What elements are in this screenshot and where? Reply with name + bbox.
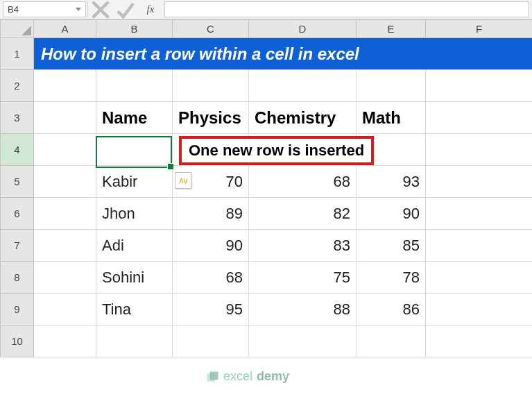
cell-chem[interactable]: 83: [249, 230, 357, 262]
cell[interactable]: [357, 70, 426, 102]
cell[interactable]: [357, 325, 426, 357]
annotation-callout: One new row is inserted: [179, 136, 374, 165]
cell-phys[interactable]: 89: [173, 198, 249, 230]
cell[interactable]: [173, 325, 249, 357]
cell[interactable]: [34, 198, 96, 230]
cell-math[interactable]: 90: [357, 198, 426, 230]
cell[interactable]: [34, 325, 96, 357]
chevron-down-icon[interactable]: [76, 8, 81, 11]
insert-options-icon[interactable]: [175, 172, 191, 189]
cell[interactable]: [34, 70, 96, 102]
select-all-corner[interactable]: [1, 20, 34, 38]
row-10: 10: [1, 325, 533, 357]
cell[interactable]: [96, 325, 173, 357]
cell-name[interactable]: Jhon: [96, 198, 173, 230]
table-row: 7 Adi 90 83 85: [1, 230, 533, 262]
col-header-a[interactable]: A: [34, 20, 96, 38]
row-1: 1 How to insert a row within a cell in e…: [1, 38, 533, 70]
cell[interactable]: [249, 70, 357, 102]
name-box-value: B4: [8, 4, 19, 15]
table-row: 6 Jhon 89 82 90: [1, 198, 533, 230]
cell-phys[interactable]: 68: [173, 262, 249, 294]
cell-name[interactable]: Sohini: [96, 262, 173, 294]
row-header-7[interactable]: 7: [1, 230, 34, 262]
row-header-10[interactable]: 10: [1, 325, 34, 357]
cell[interactable]: [426, 166, 533, 198]
cell-math[interactable]: 78: [357, 262, 426, 294]
cancel-icon[interactable]: [88, 0, 113, 19]
cell[interactable]: [426, 230, 533, 262]
row-header-4[interactable]: 4: [1, 134, 34, 166]
cell[interactable]: [96, 70, 173, 102]
fx-label: fx: [147, 3, 155, 15]
cell[interactable]: [249, 325, 357, 357]
row-header-5[interactable]: 5: [1, 166, 34, 198]
row-header-3[interactable]: 3: [1, 102, 34, 134]
page-title[interactable]: How to insert a row within a cell in exc…: [34, 38, 533, 70]
row-header-2[interactable]: 2: [1, 70, 34, 102]
cell[interactable]: [426, 198, 533, 230]
th-physics[interactable]: Physics: [173, 102, 249, 134]
cell[interactable]: [34, 262, 96, 294]
formula-input[interactable]: [164, 1, 529, 17]
insert-function-button[interactable]: fx: [138, 0, 163, 19]
name-box[interactable]: B4: [3, 1, 86, 17]
row-header-1[interactable]: 1: [1, 38, 34, 70]
watermark: exceldemy: [205, 369, 289, 384]
col-header-b[interactable]: B: [96, 20, 173, 38]
cell-name[interactable]: Kabir: [96, 166, 173, 198]
cell[interactable]: [426, 294, 533, 325]
cell[interactable]: [426, 134, 533, 166]
cell[interactable]: [34, 134, 96, 166]
th-chemistry[interactable]: Chemistry: [249, 102, 357, 134]
row-header-8[interactable]: 8: [1, 262, 34, 294]
enter-icon[interactable]: [113, 0, 138, 19]
cell[interactable]: [34, 294, 96, 325]
col-header-c[interactable]: C: [173, 20, 249, 38]
watermark-text-b: demy: [257, 369, 289, 384]
cell[interactable]: [426, 102, 533, 134]
cell[interactable]: [426, 70, 533, 102]
table-row: 8 Sohini 68 75 78: [1, 262, 533, 294]
th-name[interactable]: Name: [96, 102, 173, 134]
cell-phys[interactable]: 90: [173, 230, 249, 262]
row-3: 3 Name Physics Chemistry Math: [1, 102, 533, 134]
col-header-f[interactable]: F: [426, 20, 533, 38]
table-row: 9 Tina 95 88 86: [1, 294, 533, 325]
cell-name[interactable]: Tina: [96, 294, 173, 325]
spreadsheet-grid: A B C D E F 1 How to insert a row within…: [0, 19, 532, 357]
cell[interactable]: [34, 166, 96, 198]
cell-chem[interactable]: 75: [249, 262, 357, 294]
logo-icon: [205, 370, 219, 384]
cell-math[interactable]: 86: [357, 294, 426, 325]
formula-bar: B4 fx: [0, 0, 532, 19]
cell[interactable]: [173, 70, 249, 102]
th-math[interactable]: Math: [357, 102, 426, 134]
cell-chem[interactable]: 88: [249, 294, 357, 325]
row-header-9[interactable]: 9: [1, 294, 34, 325]
table-row: 5 Kabir 70 68 93: [1, 166, 533, 198]
cell-chem[interactable]: 82: [249, 198, 357, 230]
col-header-e[interactable]: E: [357, 20, 426, 38]
svg-rect-1: [210, 371, 218, 380]
cell-name[interactable]: Adi: [96, 230, 173, 262]
cell-math[interactable]: 93: [357, 166, 426, 198]
cell-math[interactable]: 85: [357, 230, 426, 262]
sheet-table: A B C D E F 1 How to insert a row within…: [0, 19, 532, 357]
row-2: 2: [1, 70, 533, 102]
col-header-d[interactable]: D: [249, 20, 357, 38]
cell[interactable]: [426, 325, 533, 357]
watermark-text-a: excel: [223, 369, 252, 384]
cell-b4[interactable]: [96, 134, 173, 166]
column-header-row: A B C D E F: [1, 20, 533, 38]
row-header-6[interactable]: 6: [1, 198, 34, 230]
cell-chem[interactable]: 68: [249, 166, 357, 198]
cell[interactable]: [34, 230, 96, 262]
cell[interactable]: [34, 102, 96, 134]
cell[interactable]: [426, 262, 533, 294]
cell-phys[interactable]: 95: [173, 294, 249, 325]
